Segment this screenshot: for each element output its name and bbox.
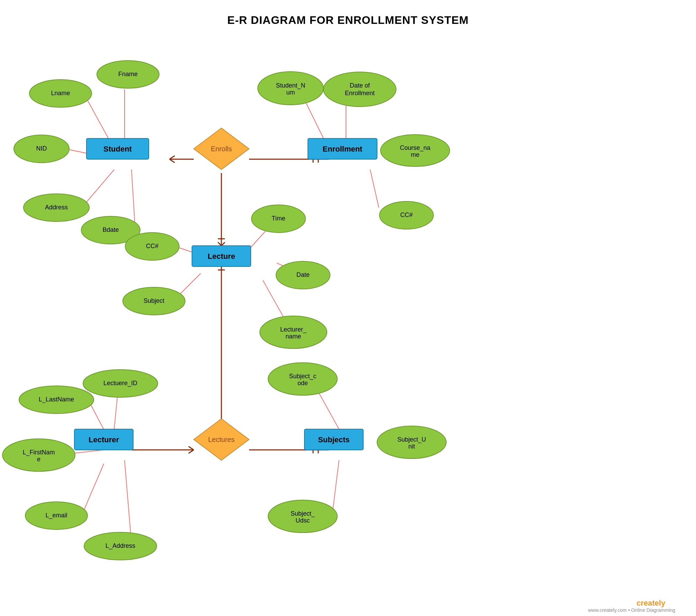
- attr-subject-udsc-label: Subject_: [291, 510, 315, 517]
- attr-bdate-label: Bdate: [102, 226, 119, 233]
- attr-address-label: Address: [45, 204, 68, 211]
- attr-subject-label: Subject: [144, 297, 164, 304]
- attr-lecturer-name-label2: name: [285, 333, 301, 340]
- entity-student-label: Student: [103, 145, 132, 153]
- svg-line-40: [318, 392, 339, 429]
- svg-line-39: [125, 460, 131, 543]
- attr-subject-udsc-label2: Udsc: [295, 517, 310, 524]
- attr-l-lastname-label: L_LastName: [39, 396, 74, 403]
- attr-cc-lecture-label: CC#: [146, 243, 158, 250]
- attr-student-num-label: Student_N: [276, 82, 305, 89]
- svg-line-35: [114, 394, 118, 429]
- attr-cc-enrollment-label: CC#: [400, 211, 413, 218]
- entity-subjects-label: Subjects: [318, 435, 350, 444]
- attr-l-email-label: L_email: [45, 512, 67, 519]
- rel-lectures-label: Lectures: [208, 436, 235, 443]
- entity-enrollment-label: Enrollment: [323, 145, 363, 153]
- attr-nid-label: NID: [36, 145, 47, 152]
- attr-date-lecture-label: Date: [296, 271, 310, 278]
- attr-time-label: Time: [272, 215, 285, 222]
- attr-lectuere-id-label: Lectuere_ID: [103, 380, 137, 387]
- attr-date-enrollment-label: Date of: [350, 82, 370, 89]
- attr-subject-code-label2: ode: [297, 380, 308, 387]
- rel-enrolls-label: Enrolls: [211, 145, 232, 153]
- watermark-creately: creately: [637, 599, 666, 607]
- attr-student-num-label2: um: [286, 89, 295, 96]
- svg-line-24: [85, 170, 114, 204]
- attr-lecturer-name-label: Lecturer_: [280, 326, 307, 333]
- svg-line-29: [370, 170, 379, 208]
- attr-l-address-label: L_Address: [106, 542, 135, 550]
- entity-lecture-label: Lecture: [208, 252, 235, 261]
- attr-subject-unit-label: Subject_U: [397, 436, 426, 443]
- svg-line-25: [131, 170, 135, 225]
- attr-course-name-label: Course_na: [400, 144, 431, 152]
- svg-line-38: [83, 464, 104, 512]
- svg-line-42: [332, 460, 339, 516]
- attr-fname-label: Fname: [118, 71, 138, 78]
- svg-line-37: [73, 450, 104, 453]
- attr-lname-label: Lname: [51, 90, 70, 97]
- watermark-url: www.creately.com • Online Diagramming: [588, 607, 675, 613]
- attr-l-firstname-label: L_FirstNam: [22, 449, 55, 456]
- attr-date-enrollment-label2: Enrollment: [345, 90, 375, 97]
- attr-course-name-label2: me: [411, 151, 419, 158]
- entity-lecturer-label: Lecturer: [89, 435, 119, 444]
- attr-l-firstname-label2: e: [37, 456, 40, 463]
- attr-subject-code-label: Subject_c: [289, 373, 316, 380]
- attr-subject-unit-label2: nit: [408, 443, 415, 450]
